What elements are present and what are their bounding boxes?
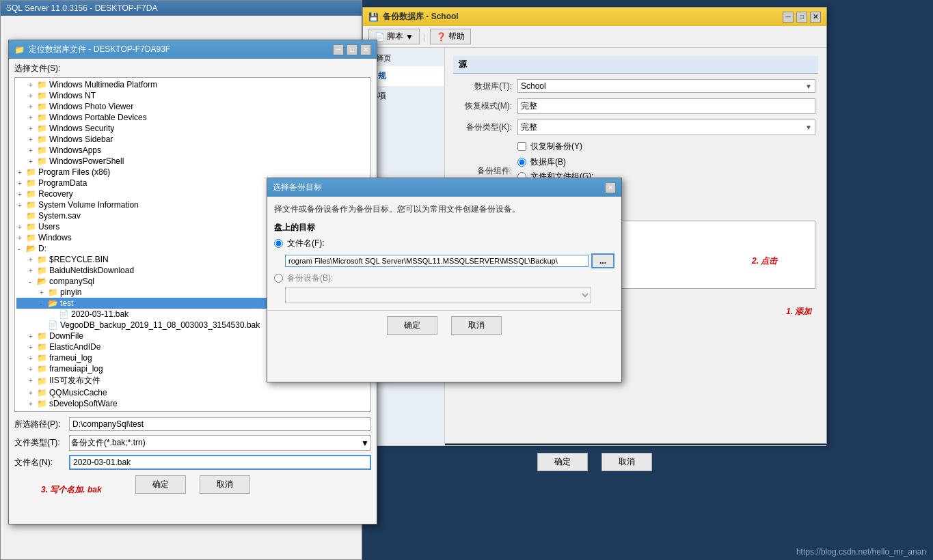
copy-only-checkbox[interactable]: [517, 142, 526, 151]
tree-expand: +: [29, 92, 37, 100]
tree-label: IIS可发布文件: [49, 375, 100, 387]
select-files-label: 选择文件(S):: [14, 63, 371, 74]
file-path-input[interactable]: [285, 255, 589, 267]
locate-controls: ─ □ ✕: [333, 44, 371, 55]
path-input[interactable]: [69, 417, 371, 431]
tree-icon: 📁: [37, 156, 47, 166]
tree-label: $RECYCLE.BIN: [49, 255, 109, 264]
tree-icon: 📁: [37, 353, 47, 363]
device-select[interactable]: [285, 287, 591, 303]
tree-expand: +: [29, 103, 37, 111]
file-radio-row: 文件名(F):: [274, 238, 614, 249]
backup-bottom-buttons: 确定 取消: [363, 445, 826, 478]
file-radio[interactable]: [274, 239, 283, 248]
locate-titlebar: 📁 定位数据库文件 - DESKTOP-F7DA93F ─ □ ✕: [9, 40, 377, 59]
tree-label: frameuiapi_log: [49, 364, 103, 374]
help-button[interactable]: ❓ 帮助: [430, 29, 471, 44]
tree-icon: 📁: [48, 288, 58, 297]
maximize-button[interactable]: □: [796, 12, 807, 23]
backup-cancel-button[interactable]: 取消: [601, 453, 652, 471]
tree-item[interactable]: +📁Windows Photo Viewer: [16, 101, 369, 112]
tree-item[interactable]: +📁WindowsPowerShell: [16, 156, 369, 167]
tree-expand: +: [29, 267, 37, 275]
locate-buttons: 确定 取消: [14, 475, 371, 494]
tree-icon: 📂: [48, 298, 58, 308]
target-confirm-button[interactable]: 确定: [387, 316, 437, 335]
db-select-arrow: ▼: [805, 83, 812, 90]
browse-button[interactable]: ...: [591, 253, 614, 268]
backup-confirm-button[interactable]: 确定: [537, 453, 588, 471]
tree-label: Windows Security: [49, 124, 114, 133]
backup-type-arrow: ▼: [805, 124, 812, 131]
tree-icon: 📄: [59, 309, 69, 319]
database-radio[interactable]: [517, 158, 526, 167]
recovery-row: 恢复模式(M): 完整: [456, 98, 815, 114]
target-dialog-close[interactable]: ✕: [605, 182, 616, 193]
tree-icon: 📁: [26, 167, 36, 177]
tree-expand: +: [29, 400, 37, 408]
locate-title: 定位数据库文件 - DESKTOP-F7DA93F: [29, 44, 170, 55]
filetype-select[interactable]: 备份文件(*.bak;*.trn) ▼: [69, 435, 371, 451]
tree-icon: 📁: [26, 211, 36, 221]
copy-only-row: 仅复制备份(Y): [517, 141, 815, 152]
tree-expand: +: [18, 169, 26, 176]
tree-label: test: [60, 298, 73, 308]
backup-type-select[interactable]: 完整 ▼: [517, 120, 815, 135]
recovery-control: 完整: [517, 98, 815, 114]
tree-label: Program Files (x86): [38, 167, 110, 177]
tree-label: 2020-03-11.bak: [71, 309, 129, 319]
backup-type-row: 备份类型(K): 完整 ▼: [456, 120, 815, 135]
tree-item[interactable]: +📁Program Files (x86): [16, 167, 369, 178]
tree-item[interactable]: +📁Windows Portable Devices: [16, 112, 369, 123]
close-button[interactable]: ✕: [810, 12, 821, 23]
watermark: https://blog.csdn.net/hello_mr_anan: [796, 547, 926, 557]
minimize-button[interactable]: ─: [783, 12, 794, 23]
tree-item[interactable]: +📁Windows Security: [16, 123, 369, 134]
locate-maximize[interactable]: □: [347, 44, 357, 55]
tree-icon: 📁: [37, 80, 47, 89]
locate-confirm-button[interactable]: 确定: [135, 475, 186, 494]
tree-expand: +: [29, 158, 37, 165]
device-radio[interactable]: [274, 274, 283, 283]
tree-expand: +: [18, 180, 26, 187]
tree-expand: +: [18, 201, 26, 209]
tree-expand: +: [18, 234, 26, 242]
tree-label: System.sav: [38, 211, 81, 221]
locate-close[interactable]: ✕: [360, 44, 371, 55]
tree-icon: 📁: [37, 364, 47, 374]
db-select[interactable]: School ▼: [517, 79, 815, 93]
tree-icon: 📁: [37, 331, 47, 341]
database-row: 数据库(T): School ▼: [456, 79, 815, 93]
target-cancel-button[interactable]: 取消: [451, 316, 502, 335]
database-radio-row: 数据库(B): [517, 156, 815, 168]
script-dropdown-arrow: ▼: [405, 32, 414, 42]
tree-item[interactable]: +📁WindowsApps: [16, 145, 369, 156]
help-icon: ❓: [436, 32, 446, 42]
source-header: 源: [453, 56, 818, 74]
db-label: 数据库(T):: [456, 81, 517, 92]
locate-cancel-button[interactable]: 取消: [200, 475, 250, 494]
locate-bottom: 所选路径(P): 文件类型(T): 备份文件(*.bak;*.trn) ▼ 文件…: [14, 417, 371, 494]
tree-item[interactable]: +📁sDevelopSoftWare: [16, 398, 369, 409]
backup-target-dialog: 选择备份目标 ✕ 择文件或备份设备作为备份目标。您可以为常用文件创建备份设备。 …: [267, 178, 622, 382]
tree-label: WindowsApps: [49, 145, 101, 155]
tree-item[interactable]: +📁QQMusicCache: [16, 387, 369, 398]
target-dialog-title: 选择备份目标: [273, 182, 322, 193]
tree-label: Windows Portable Devices: [49, 113, 147, 122]
tree-icon: 📁: [37, 91, 47, 100]
tree-icon: 📂: [37, 277, 47, 286]
tree-label: System Volume Information: [38, 200, 139, 210]
tree-item[interactable]: +📁Windows NT: [16, 90, 369, 101]
tree-expand: +: [29, 147, 37, 154]
path-row: 所选路径(P):: [14, 417, 371, 431]
tree-expand: +: [29, 114, 37, 122]
tree-label: companySql: [49, 277, 94, 286]
tree-expand: +: [29, 136, 37, 143]
tree-item[interactable]: +📁Windows Multimedia Platform: [16, 79, 369, 90]
locate-minimize[interactable]: ─: [333, 44, 344, 55]
filename-input[interactable]: [69, 455, 371, 470]
locate-icon: 📁: [14, 45, 25, 55]
tree-icon: 📁: [37, 376, 47, 386]
tree-icon: 📁: [37, 255, 47, 264]
tree-item[interactable]: +📁Windows Sidebar: [16, 134, 369, 145]
